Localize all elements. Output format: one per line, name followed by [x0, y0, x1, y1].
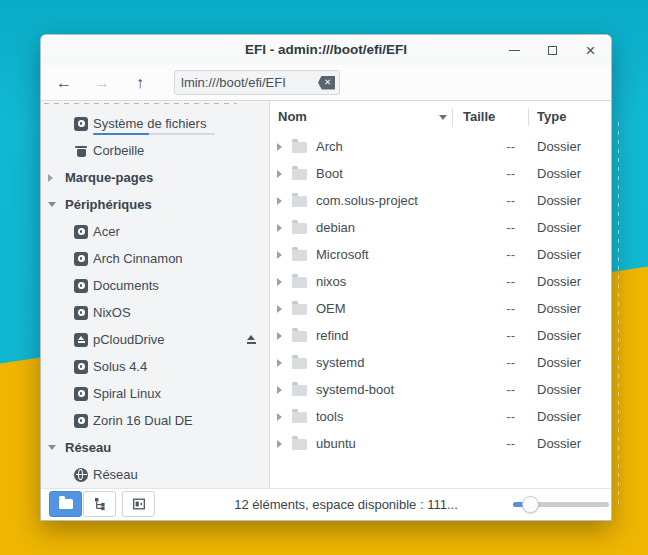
expander-icon[interactable]	[277, 413, 285, 421]
titlebar[interactable]: EFI - admin:///boot/efi/EFI ×	[41, 35, 611, 65]
expander-icon[interactable]	[277, 386, 285, 394]
sidebar-section-marque-pages[interactable]: Marque-pages	[41, 164, 269, 191]
file-row-oem[interactable]: OEM -- Dossier	[270, 295, 611, 322]
file-type: Dossier	[537, 166, 581, 181]
close-icon: ×	[586, 42, 596, 59]
file-manager-window: EFI - admin:///boot/efi/EFI × ← → ↑ ✕ Sy…	[40, 34, 612, 521]
trash-icon	[74, 144, 88, 158]
sidebar-item-solus-4-4[interactable]: Solus 4.4	[41, 353, 269, 380]
clear-address-icon[interactable]: ✕	[318, 76, 335, 90]
expander-icon[interactable]	[277, 224, 285, 232]
file-name: Boot	[316, 166, 343, 181]
expander-icon[interactable]	[277, 332, 285, 340]
file-row-ubuntu[interactable]: ubuntu -- Dossier	[270, 430, 611, 457]
minimize-button[interactable]	[503, 39, 526, 62]
expander-icon[interactable]	[277, 197, 285, 205]
expander-icon[interactable]	[48, 445, 58, 450]
expander-icon[interactable]	[277, 170, 285, 178]
sidebar-item-reseau[interactable]: Réseau	[41, 461, 269, 488]
file-row-arch[interactable]: Arch -- Dossier	[270, 133, 611, 160]
file-size: --	[452, 220, 515, 235]
file-row-systemd[interactable]: systemd -- Dossier	[270, 349, 611, 376]
sidebar-item-arch-cinnamon[interactable]: Arch Cinnamon	[41, 245, 269, 272]
sidebar-item-zorin-16-dual-de[interactable]: Zorin 16 Dual DE	[41, 407, 269, 434]
file-row-tools[interactable]: tools -- Dossier	[270, 403, 611, 430]
file-type: Dossier	[537, 436, 581, 451]
harddisk-icon	[74, 387, 88, 401]
folder-icon	[292, 331, 307, 342]
file-name: nixos	[316, 274, 346, 289]
expander-icon[interactable]	[277, 305, 285, 313]
column-separator[interactable]	[528, 108, 529, 126]
sidebar-item-documents[interactable]: Documents	[41, 272, 269, 299]
address-input[interactable]	[181, 75, 314, 90]
file-type: Dossier	[537, 220, 581, 235]
sidebar-item-nixos[interactable]: NixOS	[41, 299, 269, 326]
expander-icon[interactable]	[277, 278, 285, 286]
file-row-com-solus-project[interactable]: com.solus-project -- Dossier	[270, 187, 611, 214]
back-button[interactable]: ←	[51, 70, 77, 96]
tree-view-icon	[92, 496, 108, 512]
folder-icon	[292, 277, 307, 288]
file-size: --	[452, 274, 515, 289]
sidebar-item-acer[interactable]: Acer	[41, 218, 269, 245]
close-button[interactable]: ×	[579, 39, 602, 62]
harddisk-icon	[74, 360, 88, 374]
sidebar-item-corbeille[interactable]: Corbeille	[41, 137, 269, 164]
harddisk-icon	[74, 414, 88, 428]
folder-icon	[292, 358, 307, 369]
harddisk-icon	[74, 279, 88, 293]
folder-icon	[292, 439, 307, 450]
sidebar-item-label: Acer	[93, 224, 120, 239]
address-bar[interactable]: ✕	[174, 70, 340, 95]
eject-icon[interactable]	[245, 334, 257, 346]
disk-usage-bar	[93, 133, 215, 135]
column-header-nom[interactable]: Nom	[278, 101, 307, 133]
file-row-nixos[interactable]: nixos -- Dossier	[270, 268, 611, 295]
expander-icon[interactable]	[48, 202, 58, 207]
harddisk-icon	[74, 252, 88, 266]
sidebar-item-spiral-linux[interactable]: Spiral Linux	[41, 380, 269, 407]
sidebar-item-label: Corbeille	[93, 143, 144, 158]
file-name: systemd-boot	[316, 382, 394, 397]
sidebar-item-systeme-de-fichiers[interactable]: Système de fichiers	[41, 110, 269, 137]
expander-icon[interactable]	[48, 174, 58, 182]
arrow-left-icon: ←	[56, 74, 72, 92]
file-row-systemd-boot[interactable]: systemd-boot -- Dossier	[270, 376, 611, 403]
zoom-slider-knob[interactable]	[522, 496, 539, 513]
list-header: Nom Taille Type	[270, 101, 611, 133]
forward-button[interactable]: →	[89, 70, 115, 96]
maximize-button[interactable]	[541, 39, 564, 62]
file-row-boot[interactable]: Boot -- Dossier	[270, 160, 611, 187]
tree-view-button[interactable]	[83, 491, 116, 517]
sidebar-section-reseau[interactable]: Réseau	[41, 434, 269, 461]
up-button[interactable]: ↑	[127, 70, 153, 96]
file-row-microsoft[interactable]: Microsoft -- Dossier	[270, 241, 611, 268]
expander-icon[interactable]	[277, 251, 285, 259]
folder-icon	[292, 169, 307, 180]
file-row-refind[interactable]: refind -- Dossier	[270, 322, 611, 349]
toggle-sidebar-button[interactable]	[122, 491, 155, 517]
sidebar-scroll-undershoot	[44, 103, 237, 104]
sort-descending-icon	[439, 115, 447, 120]
expander-icon[interactable]	[277, 143, 285, 151]
file-row-debian[interactable]: debian -- Dossier	[270, 214, 611, 241]
file-name: OEM	[316, 301, 346, 316]
sidebar-item-label: Documents	[93, 278, 159, 293]
file-size: --	[452, 301, 515, 316]
folder-icon	[292, 304, 307, 315]
file-type: Dossier	[537, 355, 581, 370]
column-header-type[interactable]: Type	[537, 101, 566, 133]
sidebar-item-pclouddrive[interactable]: pCloudDrive	[41, 326, 269, 353]
expander-icon[interactable]	[277, 359, 285, 367]
icon-view-button[interactable]	[49, 491, 82, 517]
folder-icon	[59, 499, 73, 509]
column-separator[interactable]	[452, 108, 453, 126]
sidebar-item-label: pCloudDrive	[93, 332, 165, 347]
sidebar-section-peripheriques[interactable]: Périphériques	[41, 191, 269, 218]
file-name: Microsoft	[316, 247, 369, 262]
column-header-taille[interactable]: Taille	[463, 101, 495, 133]
file-size: --	[452, 166, 515, 181]
file-name: tools	[316, 409, 343, 424]
expander-icon[interactable]	[277, 440, 285, 448]
